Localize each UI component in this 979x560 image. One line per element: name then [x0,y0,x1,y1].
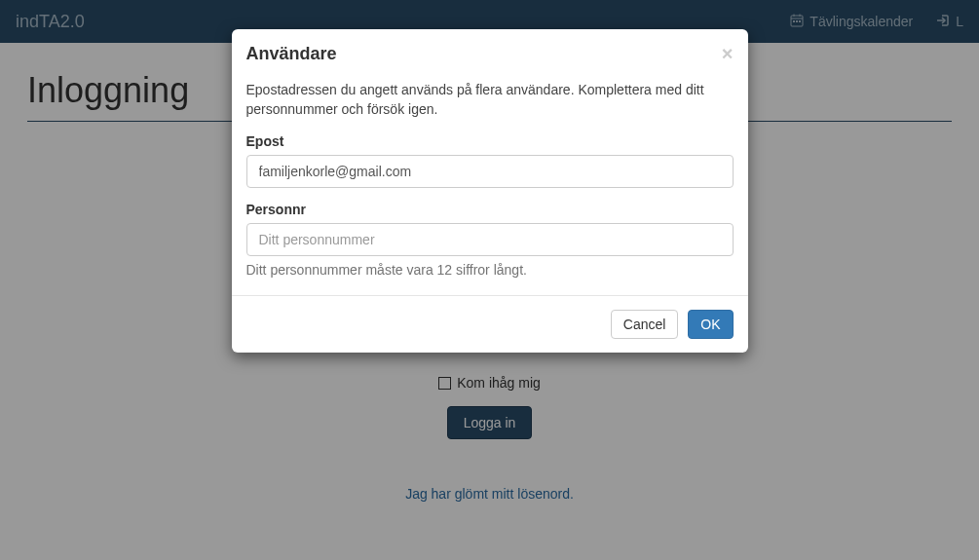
close-icon[interactable]: × [722,44,734,63]
user-modal: Användare × Epostadressen du angett anvä… [232,29,748,353]
cancel-button[interactable]: Cancel [611,310,679,339]
personnr-label: Personnr [246,202,734,217]
email-label: Epost [246,133,734,149]
email-input[interactable] [246,155,734,188]
modal-message: Epostadressen du angett används på flera… [246,80,734,120]
ok-button[interactable]: OK [688,310,733,339]
modal-title: Användare [246,44,337,64]
personnr-help: Ditt personnummer måste vara 12 siffror … [246,262,734,278]
personnr-input[interactable] [246,223,734,256]
